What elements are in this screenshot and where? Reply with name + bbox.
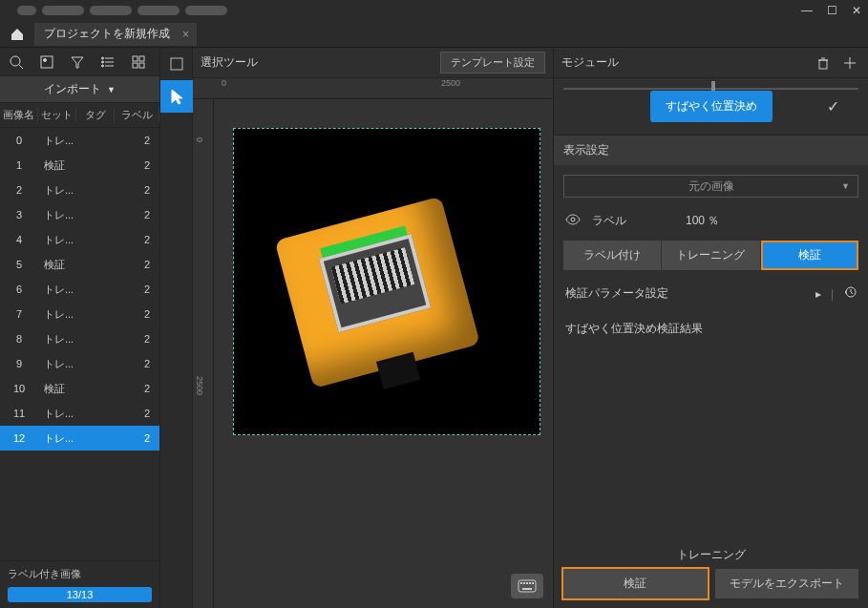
cell-set: トレ... [38,332,76,346]
module-strip: すばやく位置決め ✓ [554,78,868,136]
svg-rect-20 [529,582,531,584]
svg-rect-17 [520,582,522,584]
table-row[interactable]: 5検証2 [0,252,159,277]
svg-rect-11 [139,56,144,61]
canvas-viewport[interactable] [214,99,553,608]
ruler-horizontal: 0 2500 [193,78,553,99]
cell-set: トレ... [38,134,76,148]
seg-label-button[interactable]: ラベル付け [563,241,662,270]
cell-idx: 9 [0,358,38,369]
close-tab-icon[interactable]: × [182,28,189,41]
history-icon[interactable] [843,285,857,302]
chevron-down-icon: ▼ [841,181,850,191]
add-icon[interactable] [839,52,860,73]
cell-set: 検証 [38,258,76,272]
image-selection-frame[interactable] [233,128,540,435]
verify-param-label: 検証パラメータ設定 [565,285,668,302]
checkmark-icon[interactable]: ✓ [827,97,839,115]
maximize-button[interactable]: ☐ [824,3,839,18]
cell-idx: 6 [0,283,38,295]
play-icon[interactable]: ▸ [815,287,821,301]
svg-rect-16 [522,588,532,590]
labeled-images-label: ラベル付き画像 [8,567,152,581]
table-row[interactable]: 4トレ...2 [0,227,159,252]
table-row[interactable]: 6トレ...2 [0,277,159,302]
cell-set: 検証 [38,158,76,173]
search-icon[interactable] [6,52,27,73]
tool-rect-icon[interactable] [160,48,193,80]
svg-point-0 [11,56,20,66]
eye-icon[interactable] [565,214,581,228]
menu-pill[interactable] [138,6,180,15]
project-tab-label: プロジェクトを新規作成 [44,26,170,42]
cell-label: 2 [115,283,159,295]
table-header: 画像名 セット タグ ラベル [0,103,159,128]
seg-verify-button[interactable]: 検証 [761,241,858,270]
svg-rect-13 [139,63,144,68]
list-icon[interactable] [97,52,118,73]
table-row[interactable]: 3トレ...2 [0,202,159,227]
import-button[interactable]: インポート ▼ [0,76,159,103]
table-row[interactable]: 11トレ...2 [0,401,159,426]
project-tab[interactable]: プロジェクトを新規作成 × [34,23,197,46]
trash-icon[interactable] [813,52,834,73]
template-settings-button[interactable]: テンプレート設定 [440,52,545,73]
cell-set: トレ... [38,357,76,371]
svg-rect-18 [523,582,525,584]
home-button[interactable] [0,21,34,48]
cell-idx: 7 [0,308,38,320]
table-row[interactable]: 2トレ...2 [0,178,159,202]
ruler-tick: 2500 [195,376,204,395]
col-image-name[interactable]: 画像名 [0,108,38,122]
table-row[interactable]: 10検証2 [0,376,159,401]
menu-pill[interactable] [17,6,36,15]
tab-row: プロジェクトを新規作成 × [0,21,868,48]
seg-training-button[interactable]: トレーニング [662,241,760,270]
cell-label: 2 [115,408,159,419]
table-row[interactable]: 1検証2 [0,153,159,178]
cell-idx: 8 [0,333,38,345]
cell-set: トレ... [38,431,76,446]
export-model-button[interactable]: モデルをエクスポート [715,569,859,598]
funnel-icon[interactable] [67,52,88,73]
canvas-title: 選択ツール [201,54,258,71]
verify-param-row[interactable]: 検証パラメータ設定 ▸ | [554,276,868,311]
ruler-tick: 0 [222,78,226,88]
cell-label: 2 [115,358,159,369]
cell-set: トレ... [38,208,76,222]
col-tag[interactable]: タグ [76,108,115,122]
svg-line-1 [19,65,23,69]
table-row[interactable]: 8トレ...2 [0,326,159,351]
col-set[interactable]: セット [38,108,76,122]
menu-pill[interactable] [185,6,227,15]
cell-idx: 10 [0,383,38,394]
menu-pill[interactable] [42,6,84,15]
table-row[interactable]: 0トレ...2 [0,128,159,153]
svg-point-3 [44,58,47,61]
left-toolbar [0,48,159,76]
table-row[interactable]: 7トレ...2 [0,302,159,326]
table-row[interactable]: 9トレ...2 [0,351,159,376]
verify-button[interactable]: 検証 [563,569,708,598]
image-source-select[interactable]: 元の画像 ▼ [563,175,858,198]
cell-set: 検証 [38,382,76,396]
cell-set: トレ... [38,307,76,322]
grid-icon[interactable] [128,52,149,73]
table-row[interactable]: 12トレ...2 [0,426,159,451]
close-button[interactable]: ✕ [849,3,864,18]
svg-rect-22 [819,60,827,69]
minimize-button[interactable]: — [799,3,815,18]
svg-rect-21 [532,582,534,584]
quick-position-button[interactable]: すばやく位置決め [650,91,773,122]
svg-rect-10 [133,56,138,61]
image-filter-icon[interactable] [36,52,57,73]
ruler-vertical: 0 2500 [193,99,214,608]
tool-pointer-icon[interactable] [160,80,193,113]
menu-pill[interactable] [90,6,132,15]
cell-set: トレ... [38,283,76,297]
col-label[interactable]: ラベル [115,108,159,122]
keyboard-icon[interactable] [511,574,543,598]
label-visibility-row: ラベル 100 ％ [554,207,868,235]
cell-label: 2 [115,383,159,394]
left-panel: インポート ▼ 画像名 セット タグ ラベル 0トレ...21検証22トレ...… [0,48,160,608]
